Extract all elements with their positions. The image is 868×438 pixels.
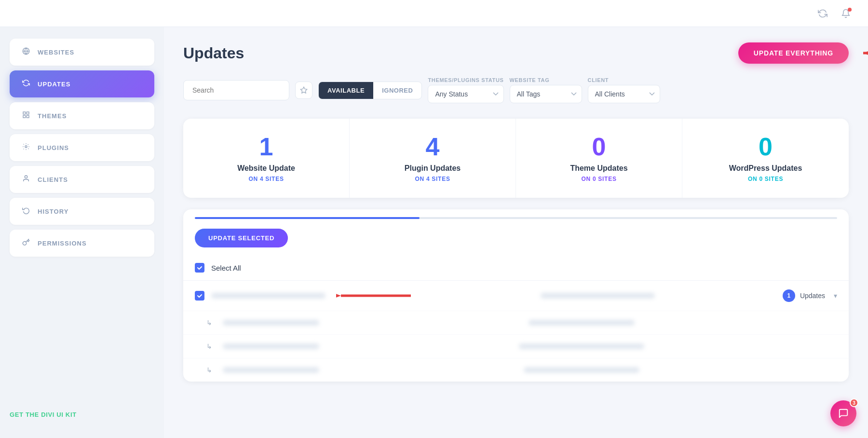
stat-number-website: 1 — [195, 134, 338, 159]
svg-point-7 — [25, 176, 27, 178]
globe-icon — [21, 47, 31, 57]
annotation-arrow-left — [336, 288, 413, 303]
website-tag-filter: WEBSITE TAG All Tags — [510, 77, 582, 103]
chat-badge: 3 — [850, 398, 858, 407]
plugins-icon — [21, 143, 31, 152]
svg-rect-3 — [27, 112, 29, 114]
svg-rect-5 — [27, 115, 29, 118]
themes-icon — [21, 111, 31, 121]
sidebar-nav: WEBSITES UPDATES THEMES PLUGINS — [10, 39, 154, 257]
updates-count-badge: 1 — [783, 289, 795, 302]
website-tag-select[interactable]: All Tags — [510, 85, 582, 103]
sidebar-item-history[interactable]: HISTORY — [10, 198, 154, 225]
refresh-icon[interactable] — [816, 7, 829, 20]
stat-wordpress-updates: 0 WordPress Updates ON 0 SITES — [682, 119, 849, 198]
stats-row: 1 Website Update ON 4 SITES 4 Plugin Upd… — [183, 119, 849, 198]
themes-plugins-label: THEMES/PLUGINS STATUS — [428, 77, 503, 83]
table-row-main: 1 Updates ▾ — [183, 281, 849, 311]
search-input[interactable] — [183, 80, 289, 100]
page-title: Updates — [183, 44, 244, 62]
row-url — [541, 293, 655, 299]
stat-website-update: 1 Website Update ON 4 SITES — [183, 119, 350, 198]
svg-point-6 — [25, 146, 27, 148]
sidebar-item-themes[interactable]: THEMES — [10, 102, 154, 129]
svg-marker-10 — [300, 87, 307, 93]
stat-label-theme: Theme Updates — [528, 164, 670, 173]
table-row-sub-1: ↳ — [183, 311, 849, 335]
sidebar-item-label: HISTORY — [38, 208, 68, 215]
main-layout: WEBSITES UPDATES THEMES PLUGINS — [0, 27, 868, 438]
updates-badge: 1 Updates ▾ — [783, 289, 837, 302]
update-everything-button[interactable]: UPDATE EVERYTHING — [738, 42, 849, 64]
themes-plugins-filter: THEMES/PLUGINS STATUS Any Status — [428, 77, 503, 103]
select-all-row: Select All — [183, 255, 849, 281]
updates-icon — [21, 79, 31, 89]
sidebar-item-clients[interactable]: CLIENTS — [10, 166, 154, 193]
sidebar-footer: GET THE DIVI UI KIT — [10, 402, 154, 426]
stat-plugin-updates: 4 Plugin Updates ON 4 SITES — [350, 119, 516, 198]
stat-label-website: Website Update — [195, 164, 338, 173]
tab-available[interactable]: AVAILABLE — [319, 82, 373, 99]
permissions-icon — [21, 238, 31, 248]
sub-row-url — [519, 343, 644, 349]
progress-bar — [195, 217, 837, 219]
content-area: Updates UPDATE EVERYTHING — [164, 27, 868, 438]
client-select[interactable]: All Clients — [588, 85, 660, 103]
sub-row-url — [529, 320, 635, 326]
header-actions: UPDATE EVERYTHING — [738, 42, 849, 64]
tab-ignored[interactable]: IGNORED — [373, 82, 421, 99]
annotation-arrow-right — [858, 43, 868, 63]
star-button[interactable] — [295, 82, 312, 99]
chat-bubble[interactable]: 3 — [830, 400, 856, 426]
updates-label: Updates — [800, 292, 825, 300]
clients-icon — [21, 175, 31, 184]
available-ignored-tabs: AVAILABLE IGNORED — [318, 82, 422, 99]
select-all-checkbox[interactable] — [195, 263, 204, 273]
indent-icon: ↳ — [206, 342, 212, 350]
stat-label-plugin: Plugin Updates — [361, 164, 504, 173]
sidebar-item-label: CLIENTS — [38, 176, 68, 183]
stat-label-wordpress: WordPress Updates — [694, 164, 837, 173]
sub-row-name — [223, 367, 319, 373]
updates-table: UPDATE SELECTED Select All — [183, 209, 849, 382]
sidebar-item-label: PLUGINS — [38, 144, 69, 151]
progress-bar-fill — [195, 217, 420, 219]
chevron-down-icon[interactable]: ▾ — [834, 292, 837, 300]
progress-section: UPDATE SELECTED — [183, 209, 849, 247]
stat-number-wordpress: 0 — [694, 134, 837, 159]
svg-rect-2 — [23, 112, 26, 114]
filters-bar: AVAILABLE IGNORED THEMES/PLUGINS STATUS … — [183, 77, 849, 103]
client-filter: CLIENT All Clients — [588, 77, 660, 103]
page-header: Updates UPDATE EVERYTHING — [183, 42, 849, 64]
row-site-name — [211, 293, 326, 299]
stat-number-plugin: 4 — [361, 134, 504, 159]
sidebar-item-updates[interactable]: UPDATES — [10, 70, 154, 97]
sidebar-item-label: WEBSITES — [38, 49, 74, 56]
bell-icon[interactable] — [839, 7, 853, 20]
table-row-sub-2: ↳ — [183, 335, 849, 358]
stat-number-theme: 0 — [528, 134, 670, 159]
update-selected-wrapper: UPDATE SELECTED — [195, 229, 837, 247]
themes-plugins-select[interactable]: Any Status — [428, 85, 503, 103]
website-tag-label: WEBSITE TAG — [510, 77, 582, 83]
indent-icon: ↳ — [206, 319, 212, 327]
notification-dot — [848, 8, 852, 12]
select-all-label: Select All — [211, 264, 241, 272]
row-checkbox[interactable] — [195, 291, 204, 301]
stat-sublabel-theme: ON 0 SITES — [528, 176, 670, 182]
sidebar-item-websites[interactable]: WEBSITES — [10, 39, 154, 66]
sidebar-item-plugins[interactable]: PLUGINS — [10, 134, 154, 161]
divi-kit-link[interactable]: GET THE DIVI UI KIT — [10, 411, 77, 418]
sub-row-name — [223, 343, 319, 349]
sub-row-url — [524, 367, 639, 373]
sidebar-item-permissions[interactable]: PERMISSIONS — [10, 230, 154, 257]
update-selected-button[interactable]: UPDATE SELECTED — [195, 229, 288, 247]
sidebar-item-label: THEMES — [38, 112, 67, 120]
sidebar: WEBSITES UPDATES THEMES PLUGINS — [0, 27, 164, 438]
sidebar-item-label: UPDATES — [38, 81, 70, 88]
stat-sublabel-wordpress: ON 0 SITES — [694, 176, 837, 182]
history-icon — [21, 206, 31, 216]
topbar — [0, 0, 868, 27]
indent-icon: ↳ — [206, 366, 212, 374]
sidebar-item-label: PERMISSIONS — [38, 240, 87, 247]
